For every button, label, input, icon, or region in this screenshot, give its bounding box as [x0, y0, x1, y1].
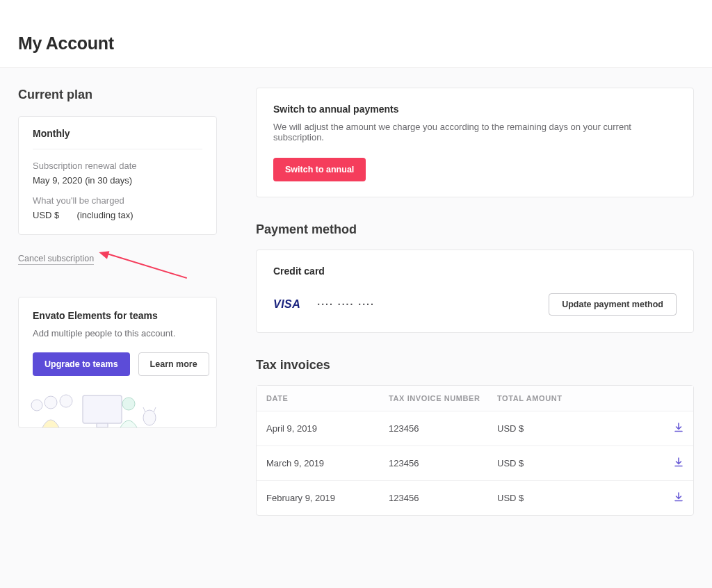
table-row: April 9, 2019 123456 USD $: [257, 411, 693, 446]
invoice-amount: USD $: [497, 493, 663, 503]
svg-point-3: [60, 395, 72, 407]
svg-point-2: [44, 396, 57, 409]
left-column: Current plan Monthly Subscription renewa…: [18, 88, 217, 428]
table-row: February 9, 2019 123456 USD $: [257, 481, 693, 515]
update-payment-method-button[interactable]: Update payment method: [549, 293, 677, 316]
charge-suffix: (including tax): [77, 210, 134, 220]
col-num-header: TAX INVOICE NUMBER: [389, 394, 497, 402]
table-row: March 9, 2019 123456 USD $: [257, 446, 693, 481]
download-icon[interactable]: [674, 423, 683, 432]
card-masked-number: ···· ···· ····: [317, 299, 374, 310]
download-icon[interactable]: [674, 457, 683, 467]
renewal-date-label: Subscription renewal date: [33, 161, 202, 171]
invoice-number: 123456: [389, 423, 497, 434]
switch-annual-card: Switch to annual payments We will adjust…: [256, 88, 694, 197]
card-brand-icon: VISA: [273, 298, 300, 311]
payment-method-heading: Payment method: [256, 222, 694, 237]
current-plan-heading: Current plan: [18, 88, 217, 102]
switch-annual-button[interactable]: Switch to annual: [273, 158, 366, 181]
charge-label: What you'll be charged: [33, 195, 202, 206]
teams-title: Envato Elements for teams: [33, 310, 202, 321]
switch-annual-title: Switch to annual payments: [273, 104, 677, 115]
invoice-date: April 9, 2019: [266, 423, 389, 434]
renewal-date-value: May 9, 2020 (in 30 days): [33, 175, 202, 186]
svg-point-6: [143, 410, 156, 425]
charge-value: USD $ (including tax): [33, 210, 202, 220]
invoice-date: February 9, 2019: [266, 493, 389, 503]
plan-name: Monthly: [33, 128, 202, 149]
teams-desc: Add multiple people to this account.: [33, 328, 202, 338]
invoice-amount: USD $: [497, 458, 663, 468]
page-header: My Account: [0, 0, 712, 68]
invoices-header-row: DATE TAX INVOICE NUMBER TOTAL AMOUNT: [257, 386, 693, 411]
col-amt-header: TOTAL AMOUNT: [497, 394, 663, 402]
svg-rect-1: [97, 423, 108, 427]
payment-method-card: Credit card VISA ···· ···· ···· Update p…: [256, 250, 694, 333]
svg-rect-0: [83, 395, 122, 423]
cancel-subscription-link[interactable]: Cancel subscription: [18, 254, 94, 265]
teams-illustration: [19, 389, 216, 427]
svg-point-4: [31, 400, 42, 411]
plan-card: Monthly Subscription renewal date May 9,…: [18, 116, 217, 235]
invoice-number: 123456: [389, 493, 497, 503]
learn-more-button[interactable]: Learn more: [138, 352, 209, 376]
download-icon[interactable]: [674, 492, 683, 502]
right-column: Switch to annual payments We will adjust…: [256, 88, 694, 516]
charge-prefix: USD $: [33, 210, 59, 220]
teams-card: Envato Elements for teams Add multiple p…: [18, 297, 217, 428]
invoice-number: 123456: [389, 458, 497, 468]
invoice-date: March 9, 2019: [266, 458, 389, 468]
credit-card-label: Credit card: [273, 266, 677, 277]
tax-invoices-heading: Tax invoices: [256, 358, 694, 373]
upgrade-teams-button[interactable]: Upgrade to teams: [33, 352, 130, 376]
page-title: My Account: [18, 33, 694, 54]
svg-point-5: [122, 398, 135, 410]
switch-annual-desc: We will adjust the amount we charge you …: [273, 122, 677, 142]
col-date-header: DATE: [266, 394, 389, 402]
invoice-amount: USD $: [497, 423, 663, 434]
invoices-table: DATE TAX INVOICE NUMBER TOTAL AMOUNT Apr…: [256, 385, 694, 516]
